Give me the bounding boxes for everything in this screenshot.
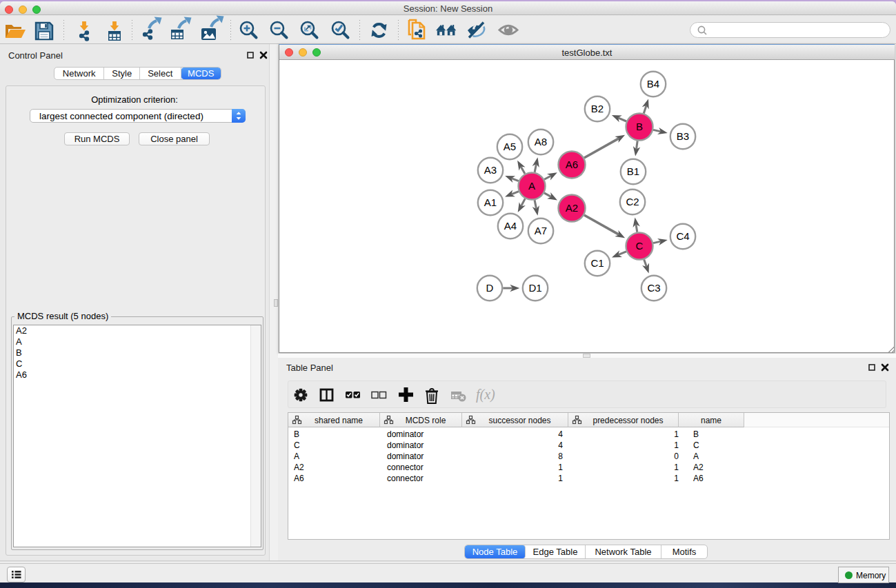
svg-text:C2: C2 — [626, 196, 639, 207]
svg-text:B2: B2 — [591, 103, 604, 114]
svg-text:A3: A3 — [484, 164, 497, 176]
svg-text:A5: A5 — [504, 141, 516, 152]
svg-text:A2: A2 — [566, 202, 578, 214]
svg-text:A6: A6 — [566, 159, 578, 170]
svg-text:D1: D1 — [528, 282, 541, 294]
svg-text:B1: B1 — [627, 165, 639, 177]
svg-text:B3: B3 — [677, 130, 689, 142]
svg-text:A1: A1 — [484, 196, 497, 208]
svg-text:A: A — [528, 180, 535, 192]
svg-text:A8: A8 — [535, 136, 547, 148]
svg-text:C4: C4 — [676, 230, 689, 242]
svg-text:D: D — [486, 282, 494, 294]
svg-text:B4: B4 — [647, 78, 659, 90]
svg-text:A4: A4 — [504, 220, 517, 232]
svg-text:C: C — [636, 240, 644, 252]
svg-text:C3: C3 — [647, 282, 660, 294]
svg-text:C1: C1 — [590, 257, 604, 269]
svg-text:A7: A7 — [535, 225, 547, 236]
svg-text:B: B — [636, 121, 643, 132]
